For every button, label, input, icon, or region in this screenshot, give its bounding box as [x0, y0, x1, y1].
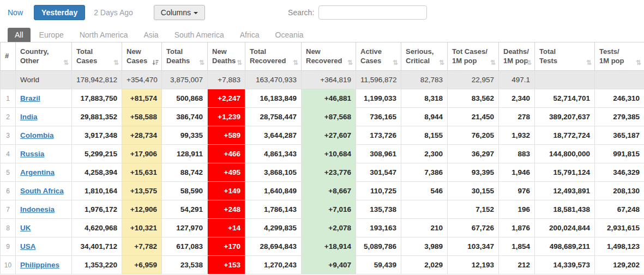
country-link[interactable]: Brazil [20, 94, 40, 102]
sort-icon: ⇅ [526, 59, 532, 66]
header-label-rank: # [5, 52, 11, 61]
cell-total_cases: 3,917,348 [72, 126, 122, 145]
cell-total_deaths: 386,740 [162, 108, 208, 126]
cell-tests_per_1m: 208,130 [595, 182, 644, 200]
caret-down-icon [194, 12, 198, 14]
country-link[interactable]: UK [20, 224, 31, 232]
cell-country: UK [16, 219, 72, 237]
cell-tests_per_1m: 67,248 [595, 200, 644, 219]
sort-desc-icon [152, 59, 159, 66]
cell-new_recovered: +10,684 [302, 145, 356, 163]
country-link[interactable]: Russia [20, 150, 44, 158]
yesterday-button[interactable]: Yesterday [34, 5, 85, 20]
continent-tab-oceania[interactable]: Oceania [268, 28, 311, 42]
header-tests_per_1m[interactable]: Tests/1M pop⇅ [595, 42, 644, 71]
columns-dropdown[interactable]: Columns [154, 5, 205, 20]
cell-deaths_per_1m: 212 [499, 256, 535, 274]
header-active_cases[interactable]: ActiveCases⇅ [356, 42, 401, 71]
cell-total_cases: 4,620,968 [72, 219, 122, 237]
header-label-total_cases: TotalCases [76, 47, 117, 66]
continent-tab-south-america[interactable]: South America [167, 28, 231, 42]
header-new_deaths[interactable]: NewDeaths⇅ [208, 42, 245, 71]
cell-country: Colombia [16, 126, 72, 145]
cell-total_recovered: 3,868,105 [245, 163, 302, 182]
header-country[interactable]: Country,Other⇅ [16, 42, 72, 71]
country-link[interactable]: USA [20, 242, 36, 250]
header-total_cases[interactable]: TotalCases⇅ [72, 42, 122, 71]
cell-total_cases: 34,401,712 [72, 237, 122, 256]
cell-total_tests: 15,791,124 [535, 163, 595, 182]
table-row: 9USA34,401,712+7,782617,083+17028,694,84… [1, 237, 644, 256]
continent-tabs: AllEuropeNorth AmericaAsiaSouth AmericaA… [0, 25, 644, 42]
now-button[interactable]: Now [8, 8, 23, 17]
sort-icon: ⇅ [199, 59, 204, 66]
cell-serious_critical: 82,783 [401, 71, 448, 89]
header-cases_per_1m[interactable]: Tot Cases/1M pop⇅ [448, 42, 499, 71]
cell-active_cases: 308,961 [356, 145, 401, 163]
table-row: 7Indonesia1,976,172+12,90654,291+2481,78… [1, 200, 644, 219]
cell-tests_per_1m: 365,187 [595, 126, 644, 145]
cell-deaths_per_1m: 1,854 [499, 237, 535, 256]
continent-tab-north-america[interactable]: North America [73, 28, 135, 42]
country-link[interactable]: Colombia [20, 131, 54, 139]
cell-total_tests: 498,689,211 [535, 237, 595, 256]
cell-active_cases: 59,439 [356, 256, 401, 274]
cell-country: Argentina [16, 163, 72, 182]
continent-tab-all[interactable]: All [8, 28, 31, 42]
cell-deaths_per_1m: 883 [499, 145, 535, 163]
cell-new_cases: +81,574 [122, 89, 162, 108]
country-link[interactable]: India [20, 113, 38, 121]
table-row: 3Colombia3,917,348+28,73499,335+5893,644… [1, 126, 644, 145]
header-new_recovered[interactable]: NewRecovered⇅ [302, 42, 356, 71]
cell-total_cases: 17,883,750 [72, 89, 122, 108]
cell-new_deaths: +495 [208, 163, 245, 182]
country-link[interactable]: Argentina [20, 168, 55, 176]
continent-tab-africa[interactable]: Africa [233, 28, 267, 42]
cell-tests_per_1m: 991,815 [595, 145, 644, 163]
table-header-row: #Country,Other⇅TotalCases⇅NewCasesTotalD… [1, 42, 644, 71]
sort-icon: ⇅ [393, 59, 398, 66]
cell-new_cases: +58,588 [122, 108, 162, 126]
header-serious_critical[interactable]: Serious,Critical⇅ [401, 42, 448, 71]
cell-total_cases: 1,353,220 [72, 256, 122, 274]
header-total_tests[interactable]: TotalTests⇅ [535, 42, 595, 71]
cell-deaths_per_1m: 1,876 [499, 219, 535, 237]
cell-rank: 2 [1, 108, 16, 126]
cell-cases_per_1m: 12,193 [448, 256, 499, 274]
cell-new_cases: +12,906 [122, 200, 162, 219]
cell-total_recovered: 16,183,849 [245, 89, 302, 108]
header-deaths_per_1m[interactable]: Deaths/1M pop⇅ [499, 42, 535, 71]
cell-rank: 7 [1, 200, 16, 219]
country-link[interactable]: Philippines [20, 261, 59, 269]
header-total_recovered[interactable]: TotalRecovered⇅ [245, 42, 302, 71]
header-total_deaths[interactable]: TotalDeaths⇅ [162, 42, 208, 71]
country-link[interactable]: South Africa [20, 187, 64, 195]
cell-total_deaths: 3,875,007 [162, 71, 208, 89]
cell-country: World [16, 71, 72, 89]
cell-cases_per_1m: 21,450 [448, 108, 499, 126]
continent-tab-europe[interactable]: Europe [32, 28, 71, 42]
table-row: 2India29,881,352+58,588386,740+1,23928,7… [1, 108, 644, 126]
cell-total_cases: 5,299,215 [72, 145, 122, 163]
cell-tests_per_1m: 1,498,123 [595, 237, 644, 256]
cell-tests_per_1m: 279,385 [595, 108, 644, 126]
table-row: 4Russia5,299,215+17,906128,911+4664,861,… [1, 145, 644, 163]
continent-tab-asia[interactable]: Asia [136, 28, 165, 42]
cell-new_cases: +6,959 [122, 256, 162, 274]
cell-rank: 8 [1, 219, 16, 237]
cell-total_deaths: 128,911 [162, 145, 208, 163]
header-label-new_recovered: NewRecovered [306, 47, 351, 66]
cell-tests_per_1m: 2,931,615 [595, 219, 644, 237]
header-new_cases[interactable]: NewCases [122, 42, 162, 71]
cell-total_cases: 4,258,394 [72, 163, 122, 182]
cell-total_deaths: 58,590 [162, 182, 208, 200]
search-input[interactable] [318, 5, 427, 20]
cell-total_tests: 389,207,637 [535, 108, 595, 126]
two-days-ago-button[interactable]: 2 Days Ago [94, 8, 133, 17]
cell-total_deaths: 23,538 [162, 256, 208, 274]
toolbar: Now Yesterday 2 Days Ago Columns Search: [0, 0, 644, 25]
cell-serious_critical: 2,029 [401, 256, 448, 274]
cell-new_deaths: +466 [208, 145, 245, 163]
cell-country: USA [16, 237, 72, 256]
country-link[interactable]: Indonesia [20, 205, 55, 213]
